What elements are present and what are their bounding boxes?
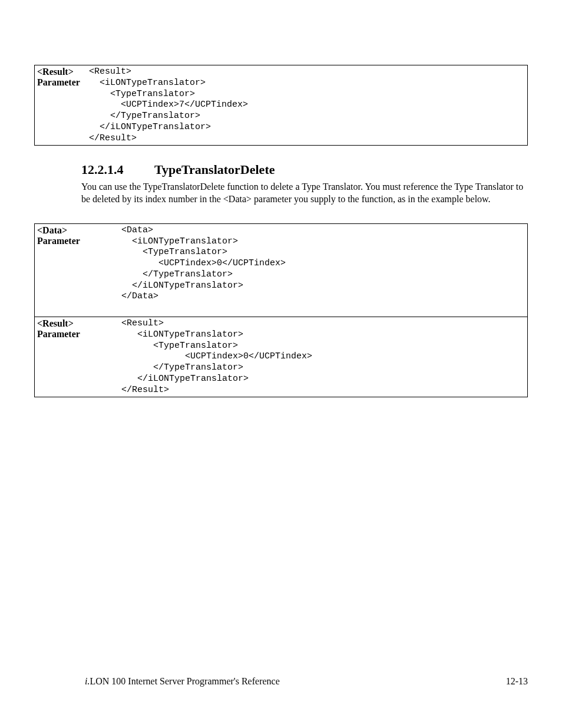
table2-row1-code-cell: <Data> <iLONTypeTranslator> <TypeTransla… [119,223,528,317]
heading-title: TypeTranslatorDelete [154,162,275,177]
table1-label-line1: <Result> [37,67,74,77]
footer-title-rest: LON 100 Internet Server Programmer's Ref… [90,676,279,686]
table2-row2-code: <Result> <iLONTypeTranslator> <TypeTrans… [121,318,525,396]
param-table-2: <Data> Parameter <Data> <iLONTypeTransla… [34,223,528,398]
result-table-1: <Result> Parameter <Result> <iLONTypeTra… [34,65,528,146]
section-heading: 12.2.1.4 TypeTranslatorDelete [81,162,528,177]
footer-title: i.LON 100 Internet Server Programmer's R… [85,676,280,687]
table1-label-cell: <Result> Parameter [35,65,87,146]
table2-row1-label-line2: Parameter [37,236,80,246]
table2-row1-label-line1: <Data> [37,225,67,235]
table2-row1-label-cell: <Data> Parameter [35,223,120,317]
table2-row2-label-line2: Parameter [37,329,80,339]
body-paragraph: You can use the TypeTranslatorDelete fun… [81,181,528,206]
page-container: <Result> Parameter <Result> <iLONTypeTra… [0,0,562,728]
table1-code: <Result> <iLONTypeTranslator> <TypeTrans… [89,67,525,144]
table1-label-line2: Parameter [37,77,80,87]
page-footer: i.LON 100 Internet Server Programmer's R… [0,676,562,687]
heading-number: 12.2.1.4 [81,162,152,177]
table1-code-cell: <Result> <iLONTypeTranslator> <TypeTrans… [87,65,528,146]
table2-row2-code-cell: <Result> <iLONTypeTranslator> <TypeTrans… [119,317,528,397]
footer-page-number: 12-13 [506,676,528,687]
table2-row2-label-cell: <Result> Parameter [35,317,120,397]
table2-row2-label-line1: <Result> [37,318,74,328]
table2-row1-code: <Data> <iLONTypeTranslator> <TypeTransla… [121,225,525,302]
